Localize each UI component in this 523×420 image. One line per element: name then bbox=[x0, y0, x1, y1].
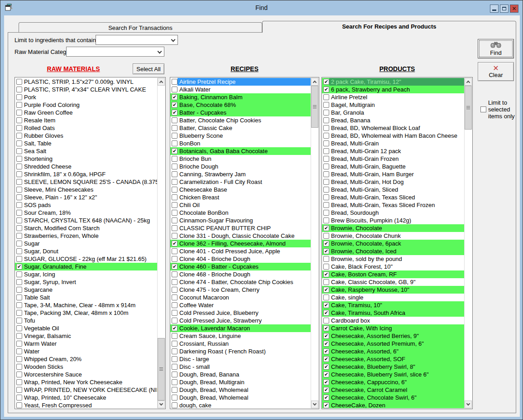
item-checkbox[interactable] bbox=[16, 133, 22, 139]
list-item[interactable]: Vinegar, Balsamic bbox=[15, 332, 158, 340]
list-item[interactable]: Canning, Strawberry Jam bbox=[170, 170, 311, 178]
item-checkbox[interactable]: ✔ bbox=[323, 271, 329, 277]
item-checkbox[interactable] bbox=[16, 210, 22, 216]
item-checkbox[interactable] bbox=[16, 248, 22, 254]
products-scrollbar[interactable] bbox=[464, 78, 472, 408]
item-checkbox[interactable] bbox=[172, 387, 178, 393]
item-checkbox[interactable] bbox=[323, 233, 329, 239]
list-item[interactable]: Tofu bbox=[15, 317, 158, 324]
clear-button[interactable]: ✕ Clear bbox=[478, 62, 514, 81]
list-item[interactable]: ✔Cheesecake, Cappuccino, 6" bbox=[322, 378, 465, 386]
list-item[interactable]: Crossiant, Russian bbox=[170, 340, 311, 348]
item-checkbox[interactable] bbox=[16, 110, 22, 116]
list-item[interactable]: Airline Pretzel bbox=[322, 93, 465, 101]
list-item[interactable]: Dough, Bread, Banana bbox=[170, 371, 311, 378]
list-item[interactable]: ✔Cheesecake, Assorted, SOF bbox=[322, 355, 465, 363]
list-item[interactable]: Cake, Classic Chocolate, GB, 9" bbox=[322, 278, 465, 286]
item-checkbox[interactable] bbox=[323, 94, 329, 100]
item-checkbox[interactable] bbox=[172, 87, 178, 92]
list-item[interactable]: Wrap, Printed, New York Cheesecake bbox=[15, 378, 158, 386]
list-item[interactable]: Bread, BD, Wholemeal with Ham Bacon Chee… bbox=[322, 132, 465, 140]
item-checkbox[interactable] bbox=[323, 171, 329, 177]
item-checkbox[interactable]: ✔ bbox=[323, 348, 329, 354]
list-item[interactable]: Warm Water bbox=[15, 340, 158, 348]
list-item[interactable]: Sugar, Donut bbox=[15, 247, 158, 255]
item-checkbox[interactable]: ✔ bbox=[323, 387, 329, 393]
list-item[interactable]: ✔Brownie, Chocolate bbox=[322, 224, 465, 232]
item-checkbox[interactable] bbox=[16, 233, 22, 239]
list-item[interactable]: ✔Cheesecake, Assorted Berries, 9" bbox=[322, 332, 465, 340]
list-item[interactable]: Table Salt bbox=[15, 294, 158, 301]
list-item[interactable]: SOS pads bbox=[15, 201, 158, 209]
close-button[interactable]: ✕ bbox=[510, 5, 518, 13]
list-item[interactable]: Bread, Multi-Grain, Ham Burger bbox=[322, 170, 465, 178]
item-checkbox[interactable]: ✔ bbox=[323, 341, 329, 347]
item-checkbox[interactable] bbox=[16, 256, 22, 262]
item-checkbox[interactable] bbox=[16, 395, 22, 401]
list-item[interactable]: Clone 475 - Ice Cream, Cherry bbox=[170, 286, 311, 294]
list-item[interactable]: Vegetable Oil bbox=[15, 324, 158, 332]
list-item[interactable]: Brioche Bun bbox=[170, 155, 311, 163]
item-checkbox[interactable] bbox=[16, 271, 22, 277]
item-checkbox[interactable] bbox=[172, 294, 178, 300]
dropdown-arrow-icon[interactable] bbox=[158, 49, 162, 54]
item-checkbox[interactable] bbox=[323, 140, 329, 146]
list-item[interactable]: Cream Sauce, Linguine bbox=[170, 332, 311, 340]
item-checkbox[interactable] bbox=[172, 364, 178, 370]
item-checkbox[interactable] bbox=[323, 279, 329, 285]
list-item[interactable]: Brew Biscuits, Pumpkin (142g) bbox=[322, 217, 465, 224]
item-checkbox[interactable] bbox=[172, 271, 178, 277]
list-item[interactable]: Wooden Sticks bbox=[15, 363, 158, 371]
item-checkbox[interactable] bbox=[172, 248, 178, 254]
item-checkbox[interactable] bbox=[172, 356, 178, 362]
item-checkbox[interactable] bbox=[323, 202, 329, 208]
item-checkbox[interactable] bbox=[16, 202, 22, 208]
item-checkbox[interactable] bbox=[16, 241, 22, 246]
list-item[interactable]: CLASSIC PEANUT BUTTER CHIP bbox=[170, 224, 311, 232]
item-checkbox[interactable] bbox=[16, 402, 22, 408]
item-checkbox[interactable] bbox=[16, 187, 22, 193]
item-checkbox[interactable] bbox=[172, 348, 178, 354]
list-item[interactable]: Brownie, Chocolate Chunk bbox=[322, 232, 465, 240]
list-item[interactable]: Alkali Water bbox=[170, 86, 311, 93]
item-checkbox[interactable] bbox=[172, 164, 178, 169]
item-checkbox[interactable]: ✔ bbox=[323, 225, 329, 231]
list-item[interactable]: Cold Pressed Juice, Blueberry bbox=[170, 309, 311, 317]
list-item[interactable]: ✔Carrot Cake, With Icing bbox=[322, 324, 465, 332]
item-checkbox[interactable] bbox=[172, 210, 178, 216]
list-item[interactable]: PLASTIC, STRIP, 1.5"x27" 0.009g. VINYL bbox=[15, 78, 158, 86]
list-item[interactable]: Cardboard box bbox=[322, 317, 465, 324]
item-checkbox[interactable] bbox=[172, 140, 178, 146]
list-item[interactable]: Clone 401 - Cold Pressed Juice, Apple bbox=[170, 247, 311, 255]
item-checkbox[interactable] bbox=[172, 171, 178, 177]
list-item[interactable]: Clone 404 - Brioche Dough bbox=[170, 255, 311, 263]
item-checkbox[interactable] bbox=[16, 287, 22, 293]
item-checkbox[interactable] bbox=[172, 217, 178, 223]
list-item[interactable]: dough, cake bbox=[170, 401, 311, 408]
list-item[interactable]: Yeast, Fresh Compressed bbox=[15, 401, 158, 408]
item-checkbox[interactable] bbox=[172, 310, 178, 316]
item-checkbox[interactable] bbox=[16, 194, 22, 200]
list-item[interactable]: Bagel, Multigrain bbox=[322, 101, 465, 109]
list-item[interactable]: Disc - large bbox=[170, 355, 311, 363]
list-item[interactable]: Coffee Water bbox=[170, 301, 311, 309]
list-item[interactable]: Sea Salt bbox=[15, 147, 158, 155]
item-checkbox[interactable] bbox=[323, 294, 329, 300]
tab-search-transactions[interactable]: Search For Transactions bbox=[19, 22, 262, 32]
find-button[interactable]: Find bbox=[478, 39, 514, 58]
list-item[interactable]: ✔Cheesecake, Blueberry Swirl, slice 6" bbox=[322, 371, 465, 378]
list-item[interactable]: BonBon bbox=[170, 140, 311, 147]
list-item[interactable]: Bread, Multi-Grain, Hot Dog bbox=[322, 178, 465, 186]
list-item[interactable]: ✔Cake, Boston Cream, RF bbox=[322, 270, 465, 278]
item-checkbox[interactable] bbox=[323, 256, 329, 262]
item-checkbox[interactable]: ✔ bbox=[323, 241, 329, 246]
list-item[interactable]: ✔Clone 460 - Batter - Cupcakes bbox=[170, 263, 311, 270]
item-checkbox[interactable] bbox=[172, 133, 178, 139]
list-item[interactable]: ✔Cheesecake, Blueberry Swirl, 8" bbox=[322, 363, 465, 371]
scroll-down-icon[interactable] bbox=[465, 401, 472, 408]
item-checkbox[interactable] bbox=[16, 333, 22, 339]
list-item[interactable]: Wrap, Printed, 10" Cheesecake bbox=[15, 394, 158, 401]
item-checkbox[interactable] bbox=[16, 87, 22, 92]
item-checkbox[interactable] bbox=[16, 310, 22, 316]
list-item[interactable]: Salt, Table bbox=[15, 140, 158, 147]
